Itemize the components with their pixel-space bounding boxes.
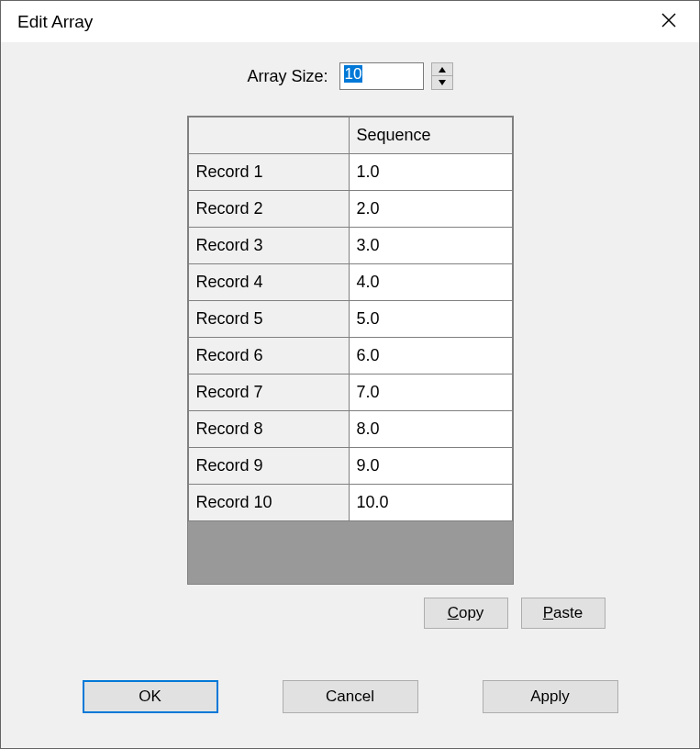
table-row: Record 8 8.0 [188,411,512,448]
array-size-input-wrap: 10 [339,62,453,90]
table-row: Record 9 9.0 [188,448,512,485]
table-row: Record 4 4.0 [188,264,512,301]
table-row: Record 2 2.0 [188,191,512,228]
table-row: Record 5 5.0 [188,301,512,338]
ok-button[interactable]: OK [83,680,218,713]
svg-marker-3 [439,80,446,85]
array-size-spinner [431,62,453,90]
array-size-row: Array Size: 10 [247,62,452,90]
dialog-content: Array Size: 10 Sequence [1,42,699,748]
close-button[interactable] [655,10,683,33]
table-row: Record 7 7.0 [188,374,512,411]
copy-paste-row: Copy Paste [95,598,606,629]
row-header[interactable]: Record 9 [188,448,349,485]
table-corner-header [188,117,349,154]
column-header-sequence[interactable]: Sequence [349,117,512,154]
row-header[interactable]: Record 5 [188,301,349,338]
apply-button[interactable]: Apply [483,680,618,713]
cell-value[interactable]: 4.0 [349,264,512,301]
row-header[interactable]: Record 8 [188,411,349,448]
close-icon [661,12,677,28]
dialog-button-row: OK Cancel Apply [83,680,618,713]
spinner-up-button[interactable] [432,63,452,76]
table-empty-area [188,521,513,584]
copy-button[interactable]: Copy [424,598,508,629]
array-table-body: Record 1 1.0 Record 2 2.0 Record 3 3.0 R… [188,154,512,521]
array-size-label: Array Size: [247,67,328,86]
cell-value[interactable]: 10.0 [349,485,512,521]
paste-button[interactable]: Paste [521,598,606,629]
chevron-up-icon [439,67,446,73]
cell-value[interactable]: 9.0 [349,448,512,485]
edit-array-dialog: Edit Array Array Size: 10 [0,0,700,749]
cell-value[interactable]: 8.0 [349,411,512,448]
array-table-wrap: Sequence Record 1 1.0 Record 2 2.0 Recor… [187,116,514,585]
array-table: Sequence Record 1 1.0 Record 2 2.0 Recor… [188,117,513,521]
row-header[interactable]: Record 6 [188,338,349,374]
chevron-down-icon [439,80,446,85]
table-row: Record 10 10.0 [188,485,512,521]
array-size-input[interactable]: 10 [339,62,424,90]
row-header[interactable]: Record 4 [188,264,349,301]
cell-value[interactable]: 6.0 [349,338,512,374]
table-row: Record 3 3.0 [188,228,512,264]
titlebar: Edit Array [1,1,699,42]
dialog-title: Edit Array [17,12,93,32]
spinner-down-button[interactable] [432,76,452,89]
cell-value[interactable]: 5.0 [349,301,512,338]
cell-value[interactable]: 3.0 [349,228,512,264]
row-header[interactable]: Record 2 [188,191,349,228]
cancel-button[interactable]: Cancel [283,680,418,713]
row-header[interactable]: Record 1 [188,154,349,191]
cell-value[interactable]: 7.0 [349,374,512,411]
table-row: Record 1 1.0 [188,154,512,191]
row-header[interactable]: Record 3 [188,228,349,264]
row-header[interactable]: Record 7 [188,374,349,411]
svg-marker-2 [439,67,446,73]
cell-value[interactable]: 1.0 [349,154,512,191]
row-header[interactable]: Record 10 [188,485,349,521]
table-row: Record 6 6.0 [188,338,512,374]
cell-value[interactable]: 2.0 [349,191,512,228]
